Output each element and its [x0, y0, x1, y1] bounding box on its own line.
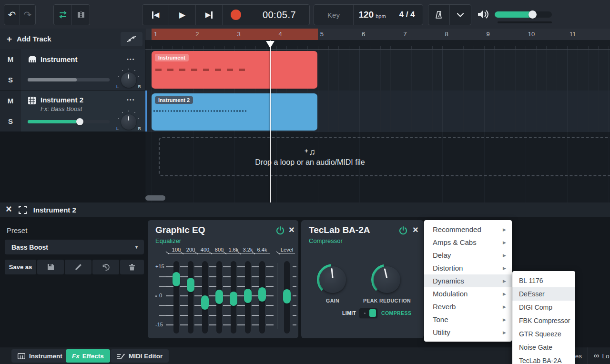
timeline-tick-strip[interactable] [145, 40, 610, 50]
eq-level-thumb[interactable] [283, 289, 291, 303]
eq-band-800-thumb[interactable] [215, 290, 223, 304]
horizontal-scrollbar[interactable] [145, 195, 165, 201]
track2-mute-button[interactable]: M [0, 91, 21, 111]
ruler-bar-11: 11 [569, 30, 576, 38]
menu-item-tone[interactable]: Tone▶ [424, 313, 512, 326]
timeline-ruler[interactable]: 1234567891011 [145, 29, 610, 40]
menu-item-label: TecLab BA-2A [519, 357, 562, 364]
split-button[interactable] [71, 5, 90, 25]
loop-toggle-button[interactable] [54, 5, 71, 25]
track1-volume-slider[interactable] [28, 78, 110, 81]
submenu-arrow-icon: ▶ [503, 292, 506, 296]
eq-level-tick [293, 324, 296, 325]
rename-preset-button[interactable] [65, 260, 92, 274]
metronome-dropdown-button[interactable] [449, 5, 471, 25]
track1-body[interactable]: Instrument ••• L R [21, 49, 145, 90]
eq-level-tick [293, 305, 296, 306]
ruler-bar-5: 5 [320, 30, 324, 38]
save-as-button[interactable]: Save as [5, 260, 36, 274]
menu-item-label: Dynamics [433, 277, 464, 285]
track-row-instrument-2: M S Instrument 2 Fx: Bass Boost ••• L R [0, 91, 145, 132]
track2-menu-button[interactable]: ••• [127, 97, 135, 102]
menu-item-fbk-compressor[interactable]: FBK Compressor [512, 314, 575, 327]
clip-instrument[interactable]: Instrument [152, 51, 317, 89]
track2-solo-button[interactable]: S [0, 111, 21, 132]
play-button[interactable]: ▶ [169, 5, 195, 25]
eq-band-6.4k-label: 6.4k [254, 247, 270, 253]
track1-solo-button[interactable]: S [0, 70, 21, 91]
gain-knob[interactable] [317, 264, 348, 295]
eq-band-1.6k-thumb[interactable] [230, 292, 237, 306]
menu-item-teclab-ba-2a[interactable]: TecLab BA-2A [512, 354, 575, 364]
track2-volume-thumb[interactable] [76, 118, 83, 125]
track1-mute-button[interactable]: M [0, 49, 21, 70]
limit-compress-toggle[interactable] [359, 308, 377, 318]
master-volume-slider[interactable] [495, 11, 552, 18]
playhead-handle[interactable] [266, 41, 274, 48]
eq-band-200-track[interactable] [188, 261, 193, 334]
delete-preset-button[interactable] [120, 260, 144, 274]
eq-band-200-thumb[interactable] [187, 278, 194, 292]
close-editor-button[interactable]: × [6, 204, 12, 214]
menu-item-deesser[interactable]: DeEsser [512, 287, 575, 301]
split-icon [77, 10, 85, 19]
preset-select[interactable]: Bass Boost ▼ [5, 240, 144, 254]
menu-item-utility[interactable]: Utility▶ [424, 326, 512, 339]
power-icon[interactable] [398, 226, 408, 235]
menu-item-distortion[interactable]: Distortion▶ [424, 262, 512, 274]
tempo-button[interactable]: 120 bpm [353, 5, 391, 25]
menu-item-label: GTR Squeeze [519, 330, 561, 338]
clip-instrument-2[interactable]: Instrument 2 [152, 93, 317, 131]
skip-to-start-button[interactable]: ◀ [142, 5, 169, 25]
metronome-button[interactable] [428, 5, 449, 25]
eq-band-400-thumb[interactable] [201, 295, 209, 310]
eq-band-3.2k-thumb[interactable] [244, 289, 252, 303]
toggle-knob [369, 309, 376, 317]
menu-item-noise-gate[interactable]: Noise Gate [512, 341, 575, 354]
tab-instrument[interactable]: Instrument [11, 349, 69, 363]
eq-level-tick [293, 276, 296, 277]
automation-icon [126, 35, 137, 43]
expand-icon[interactable] [19, 206, 27, 214]
loop-region[interactable] [152, 29, 318, 40]
power-icon[interactable] [275, 226, 285, 235]
key-button[interactable]: Key [314, 5, 353, 25]
track1-pan-knob[interactable]: L R [121, 72, 136, 88]
automation-button[interactable] [121, 32, 142, 46]
time-signature-button[interactable]: 4 / 4 [391, 5, 423, 25]
submenu-arrow-icon: ▶ [503, 304, 506, 309]
revert-preset-button[interactable] [92, 260, 119, 274]
track2-body[interactable]: Instrument 2 Fx: Bass Boost ••• L R [21, 91, 145, 131]
menu-item-digi-comp[interactable]: DIGI Comp [512, 301, 575, 314]
menu-item-delay[interactable]: Delay▶ [424, 249, 512, 262]
loop-split-group [53, 4, 90, 25]
menu-item-amps-cabs[interactable]: Amps & Cabs▶ [424, 236, 512, 249]
track2-volume-slider[interactable] [28, 120, 110, 123]
playhead-line[interactable] [270, 40, 271, 202]
track2-pan-knob[interactable]: L R [121, 114, 136, 130]
save-preset-button[interactable] [37, 260, 64, 274]
drop-zone[interactable]: +♫ Drop a loop or an audio/MIDI file [159, 137, 610, 176]
track1-menu-button[interactable]: ••• [127, 56, 135, 62]
eq-band-100-thumb[interactable] [173, 272, 180, 286]
eq-band-6.4k-thumb[interactable] [258, 287, 266, 302]
menu-item-dynamics[interactable]: Dynamics▶ [424, 274, 512, 287]
tab-fx-effects[interactable]: Fx Effects [66, 349, 110, 363]
metronome-icon [434, 10, 444, 20]
loops-item-partial[interactable]: ∞Lo [594, 352, 610, 360]
menu-item-bl-1176[interactable]: BL 1176 [512, 274, 575, 287]
volume-thumb[interactable] [529, 10, 537, 19]
menu-item-reverb[interactable]: Reverb▶ [424, 300, 512, 313]
peak-reduction-knob[interactable] [371, 264, 403, 295]
time-display[interactable]: 00:05.7 [249, 5, 309, 25]
close-effect-icon[interactable]: × [289, 225, 295, 234]
close-effect-icon[interactable]: × [413, 225, 418, 234]
redo-button[interactable]: ↷ [20, 5, 35, 25]
menu-item-gtr-squeeze[interactable]: GTR Squeeze [512, 327, 575, 341]
menu-item-recommended[interactable]: Recommended▶ [424, 223, 512, 236]
undo-button[interactable]: ↶ [4, 5, 20, 25]
tab-midi-editor[interactable]: MIDI Editor [111, 349, 169, 363]
skip-to-end-button[interactable]: ▶ [195, 5, 222, 25]
menu-item-modulation[interactable]: Modulation▶ [424, 287, 512, 300]
record-button[interactable] [222, 5, 249, 25]
